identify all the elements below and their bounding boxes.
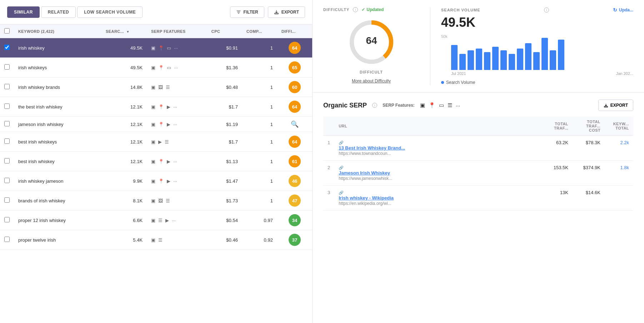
row-diff: 64 [277, 97, 312, 117]
serp-list-icon: ☰ [448, 102, 452, 108]
serp-play-icon: ▶ [165, 218, 169, 223]
serp-row-title-link[interactable]: 13 Best Irish Whiskey Brand... [339, 145, 540, 151]
th-diff[interactable]: DIFFI... [277, 25, 312, 38]
chart-bar [459, 54, 466, 70]
serp-play-icon: ▶ [158, 139, 162, 145]
serp-th-total-traf: TOTALTRAF... [544, 117, 573, 136]
row-checkbox[interactable] [4, 45, 10, 50]
th-checkbox[interactable] [0, 25, 14, 38]
row-search-volume: 14.8K [101, 77, 147, 97]
row-checkbox-cell[interactable] [0, 211, 14, 230]
row-cpc: $0.54 [207, 211, 242, 230]
serp-row-num: 2 [323, 161, 334, 186]
row-keyword: best irish whiskeys [14, 132, 101, 152]
serp-list-icon: ☰ [158, 237, 163, 243]
serp-row-keyw[interactable]: 1.8k [605, 161, 633, 186]
serp-th-num [323, 117, 334, 136]
th-cpc[interactable]: CPC [207, 25, 242, 38]
row-checkbox-cell[interactable] [0, 152, 14, 171]
th-comp[interactable]: COMP... [242, 25, 277, 38]
serp-th-traf-cost: TOTALTRAF...COST [573, 117, 605, 136]
row-checkbox-cell[interactable] [0, 38, 14, 58]
row-checkbox[interactable] [4, 121, 10, 126]
chart-bar [451, 45, 458, 70]
filter-button[interactable]: FILTER [230, 6, 264, 18]
row-checkbox-cell[interactable] [0, 97, 14, 117]
serp-video-icon: ▣ [151, 65, 155, 70]
row-checkbox-cell[interactable] [0, 58, 14, 77]
chart-bar [468, 50, 474, 70]
refresh-icon: ↻ [613, 7, 617, 13]
serp-pin-icon: 📍 [158, 65, 164, 70]
serp-video-icon: ▣ [151, 198, 155, 203]
serp-more-icon: ··· [174, 45, 178, 51]
serp-row-keyw[interactable]: 2.2k [605, 136, 633, 161]
serp-video-icon: ▣ [151, 218, 155, 223]
serp-th-keyw: KEYW...TOTAL [605, 117, 633, 136]
serp-pin-icon: 📍 [158, 178, 164, 184]
row-checkbox[interactable] [4, 158, 10, 163]
row-checkbox-cell[interactable] [0, 117, 14, 132]
row-checkbox[interactable] [4, 104, 10, 109]
tab-related[interactable]: RELATED [41, 6, 76, 18]
row-checkbox-cell[interactable] [0, 191, 14, 211]
serp-table-row: 2 🔗 Jameson Irish Whiskey https://www.ja… [323, 161, 633, 186]
serp-video-icon: ▣ [151, 178, 155, 184]
row-checkbox-cell[interactable] [0, 132, 14, 152]
search-volume-section: SEARCH VOLUME i ↻ Upda... 49.5K 50k Jul … [430, 7, 633, 85]
right-top: DIFFICULTY i ✓ Updated 64 DIFFICULT Mor [313, 0, 644, 92]
row-cpc: $1.73 [207, 191, 242, 211]
row-checkbox-cell[interactable] [0, 230, 14, 250]
difficulty-section: DIFFICULTY i ✓ Updated 64 DIFFICULT Mor [323, 7, 430, 85]
serp-video-icon: ▣ [151, 104, 155, 110]
serp-row-traf-cost: $374.9K [573, 161, 605, 186]
serp-row-num: 3 [323, 186, 334, 211]
serp-row-title-link[interactable]: Jameson Irish Whiskey [339, 170, 540, 176]
row-comp: 1 [242, 191, 277, 211]
tab-similar[interactable]: SIMILAR [7, 6, 40, 18]
tab-low-search-volume[interactable]: LOW SEARCH VOLUME [77, 6, 143, 18]
row-checkbox[interactable] [4, 237, 10, 242]
row-checkbox-cell[interactable] [0, 77, 14, 97]
serp-video-icon: ▣ [420, 102, 425, 108]
difficulty-info-icon[interactable]: i [353, 7, 358, 12]
chart-bar [509, 54, 515, 70]
serp-more-icon: ··· [173, 104, 177, 110]
search-volume-number: 49.5K [441, 15, 633, 30]
row-checkbox[interactable] [4, 64, 10, 70]
row-serp-features: ▣📍▭··· [147, 58, 207, 77]
row-checkbox[interactable] [4, 84, 10, 89]
more-about-difficulty-link[interactable]: More about Difficulty [323, 79, 419, 84]
row-checkbox[interactable] [4, 197, 10, 203]
diff-badge: 64 [289, 136, 301, 148]
table-row: irish whiskey brands 14.8K ▣🖼☰ $0.48 1 6… [0, 77, 312, 97]
search-volume-info-icon[interactable]: i [544, 7, 549, 12]
th-search[interactable]: SEARC... ▼ [101, 25, 147, 38]
serp-row-title-link[interactable]: Irish whiskey - Wikipedia [339, 195, 540, 201]
row-checkbox[interactable] [4, 178, 10, 183]
row-checkbox[interactable] [4, 138, 10, 144]
serp-info-icon[interactable]: i [372, 103, 377, 108]
serp-table-row: 3 🔗 Irish whiskey - Wikipedia https://en… [323, 186, 633, 211]
diff-search-icon: 🔍 [291, 121, 299, 128]
export-button[interactable]: EXPORT [268, 6, 305, 18]
row-cpc: $1.7 [207, 97, 242, 117]
update-button[interactable]: ↻ Upda... [613, 7, 633, 13]
serp-pin-icon: 📍 [158, 159, 164, 164]
row-checkbox[interactable] [4, 217, 10, 222]
row-diff: 46 [277, 171, 312, 191]
th-keyword[interactable]: KEYWORD (2,422) [14, 25, 101, 38]
difficulty-donut-chart: 64 [346, 17, 396, 67]
serp-list-icon: ☰ [166, 198, 170, 203]
serp-section-header: Organic SERP i SERP Features: ▣ 📍 ▭ ☰ ··… [323, 100, 633, 111]
serp-export-button[interactable]: EXPORT [598, 100, 633, 111]
select-all-checkbox[interactable] [4, 28, 10, 34]
keyword-table: KEYWORD (2,422) SEARC... ▼ SERP FEATURES… [0, 25, 312, 250]
row-checkbox-cell[interactable] [0, 171, 14, 191]
row-serp-features: ▣📍▶··· [147, 152, 207, 171]
serp-more-icon: ··· [172, 218, 176, 223]
chart-bar [541, 38, 548, 70]
row-cpc: $0.91 [207, 38, 242, 58]
serp-row-keyw[interactable] [605, 186, 633, 211]
row-keyword: irish whiskey brands [14, 77, 101, 97]
